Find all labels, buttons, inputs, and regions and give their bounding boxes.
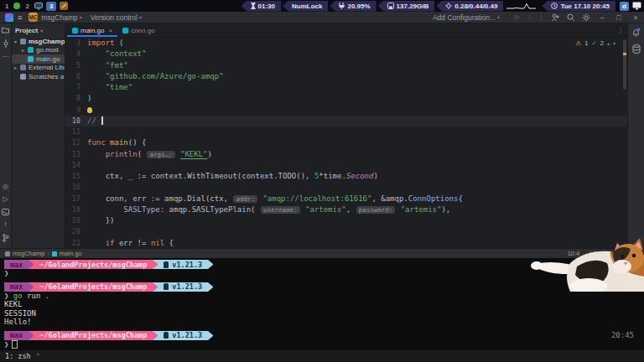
tree-item-label: go.mod: [36, 46, 59, 54]
prompt-user-segment: max: [4, 260, 29, 269]
terminal-clock: 20:45: [611, 331, 634, 339]
tree-chevron-icon[interactable]: ▾: [14, 39, 19, 44]
main-menu-icon[interactable]: ≡: [18, 13, 22, 22]
code-line-16[interactable]: 16: [65, 182, 627, 193]
code-line-19[interactable]: 19 }): [65, 215, 627, 226]
settings-gear-icon[interactable]: [582, 13, 590, 22]
tree-item-msgchamp[interactable]: ▾msgChamp: [12, 37, 65, 46]
breadcrumb-root[interactable]: msgChamp: [13, 250, 44, 257]
debug-button[interactable]: ◌: [527, 13, 531, 21]
gomod-icon: [28, 47, 34, 53]
breadcrumb-file[interactable]: main.go: [60, 250, 82, 257]
minimize-button[interactable]: –: [597, 13, 607, 22]
project-panel-header[interactable]: Project▾: [12, 23, 65, 37]
code-line-13[interactable]: 13 println( args…: "KEKL"): [65, 149, 627, 160]
run-with-coverage-icon[interactable]: ◎: [3, 184, 8, 190]
next-issue-icon[interactable]: ▾: [613, 40, 615, 46]
code-line-15[interactable]: 15 ctx, _ := context.WithTimeout(context…: [65, 171, 627, 182]
close-tab-icon[interactable]: ×: [108, 27, 112, 34]
code-line-17[interactable]: 17 conn, err := amqp.Dial(ctx, addr: "am…: [65, 194, 627, 204]
tray-d-icon[interactable]: d: [620, 2, 629, 11]
project-tool-icon[interactable]: [2, 27, 9, 34]
intention-bulb-icon[interactable]: [87, 107, 92, 113]
terminal-command-line[interactable]: ❯: [4, 340, 644, 349]
problems-tool-icon[interactable]: !: [4, 221, 6, 228]
search-icon[interactable]: [567, 13, 575, 22]
code-with-me-icon[interactable]: [551, 13, 560, 22]
close-button[interactable]: ×: [631, 13, 641, 22]
disk-icon: [387, 3, 394, 9]
ide-window: ≡ MC msgChamp▾ Version control▾ Add Conf…: [0, 12, 644, 258]
project-selector[interactable]: msgChamp▾: [41, 13, 81, 22]
tray-display-icon[interactable]: [632, 2, 641, 10]
line-number: 6: [65, 71, 87, 82]
code-line-9[interactable]: 9: [65, 105, 627, 116]
code-line-14[interactable]: 14: [65, 160, 627, 171]
notifications-bell-icon[interactable]: [631, 28, 641, 37]
code-editor[interactable]: 3import (4 "context"5 "fmt"6 "github.com…: [65, 38, 627, 248]
workspace-2[interactable]: 2: [23, 3, 30, 10]
vcs-widget[interactable]: Version control▾: [91, 13, 142, 22]
inspections-widget[interactable]: ⚠1 ✓2 ▴ ▾: [576, 39, 615, 47]
vcs-branch-icon[interactable]: [3, 234, 9, 242]
scrollbar-thumb[interactable]: [623, 39, 626, 90]
code-line-7[interactable]: 7 "time": [65, 82, 627, 93]
code-line-5[interactable]: 5 "fmt": [65, 60, 627, 71]
commit-tool-icon[interactable]: [3, 39, 9, 48]
tree-item-external-libr[interactable]: ▸External Libr: [12, 64, 65, 73]
workspace-3[interactable]: 3: [46, 2, 56, 11]
code-line-4[interactable]: 4 "context": [65, 49, 627, 59]
ide-titlebar: ≡ MC msgChamp▾ Version control▾ Add Conf…: [0, 12, 644, 23]
code-line-20[interactable]: 20: [65, 226, 627, 237]
more-actions-icon[interactable]: ⋮: [538, 13, 544, 21]
prompt-user-segment: max: [4, 331, 29, 340]
terminal-command-line[interactable]: ❯ go run .: [4, 292, 644, 301]
tree-item-go-mod[interactable]: ▸go.mod: [12, 46, 65, 55]
editor-scrollbar[interactable]: [622, 38, 627, 248]
more-tools-icon[interactable]: ⋯: [3, 54, 9, 60]
prompt-path-segment: ~/GolandProjects/msgChamp: [34, 260, 153, 269]
line-number: 15: [65, 171, 87, 182]
editor-column: main.go×conn.go⋮ 3import (4 "context"5 "…: [65, 23, 627, 248]
code-line-11[interactable]: 11: [65, 127, 627, 137]
tree-chevron-icon[interactable]: ▸: [22, 47, 27, 53]
terminal-tool-icon[interactable]: [2, 209, 9, 215]
prev-issue-icon[interactable]: ▴: [607, 40, 610, 46]
tab-main.go[interactable]: main.go×: [67, 23, 117, 37]
run-button[interactable]: ▷: [515, 13, 520, 21]
tab-label: main.go: [80, 27, 104, 34]
line-number: 11: [65, 127, 87, 137]
powerline-separator: [208, 331, 213, 340]
code-line-6[interactable]: 6 "github.com/Azure/go-amqp": [65, 71, 627, 82]
status-segments: 01:30 NumLock 20.95% 137.29GiB 0.28/0.44…: [240, 0, 644, 12]
warning-stripe-mark[interactable]: [623, 53, 626, 55]
line-number: 13: [65, 149, 87, 160]
tree-item-scratches-a[interactable]: Scratches a: [12, 72, 65, 81]
code-line-18[interactable]: 18 SASLType: amqp.SASLTypePlain( usernam…: [65, 204, 627, 215]
left-tool-strip: ⋯ ◎ ▷ !: [0, 23, 12, 248]
workspace2-monitor-icon: [34, 3, 43, 10]
tab-options-icon[interactable]: ⋮: [617, 27, 624, 34]
gear-small-icon: [445, 3, 452, 9]
powerline-separator: [208, 282, 213, 292]
chevron-down-icon: ▾: [40, 28, 43, 34]
go-gopher-icon: [164, 332, 169, 339]
tmux-statusbar: 1: zsh *: [0, 350, 644, 362]
code-line-12[interactable]: 12func main() {: [65, 137, 627, 148]
code-line-10[interactable]: 10//: [65, 116, 627, 127]
run-tool-icon[interactable]: ▷: [3, 196, 8, 203]
tree-item-main-go[interactable]: main.go: [12, 54, 65, 64]
go-file-icon: [72, 28, 78, 34]
code-line-3[interactable]: 3import (: [65, 38, 627, 49]
database-tool-icon[interactable]: [632, 44, 641, 54]
go-gopher-icon: [164, 283, 169, 290]
code-line-8[interactable]: 8): [65, 93, 627, 104]
terminal-output-line: SESSION: [4, 309, 644, 318]
workspace-1[interactable]: 1: [3, 3, 10, 10]
tree-chevron-icon[interactable]: ▸: [14, 65, 19, 70]
run-config-selector[interactable]: Add Configuration...▾: [433, 13, 500, 22]
prompt-user-segment: max: [4, 282, 29, 292]
tmux-window-label[interactable]: 1: zsh: [5, 352, 31, 360]
tab-conn.go[interactable]: conn.go: [117, 23, 159, 37]
maximize-button[interactable]: □: [614, 13, 624, 22]
